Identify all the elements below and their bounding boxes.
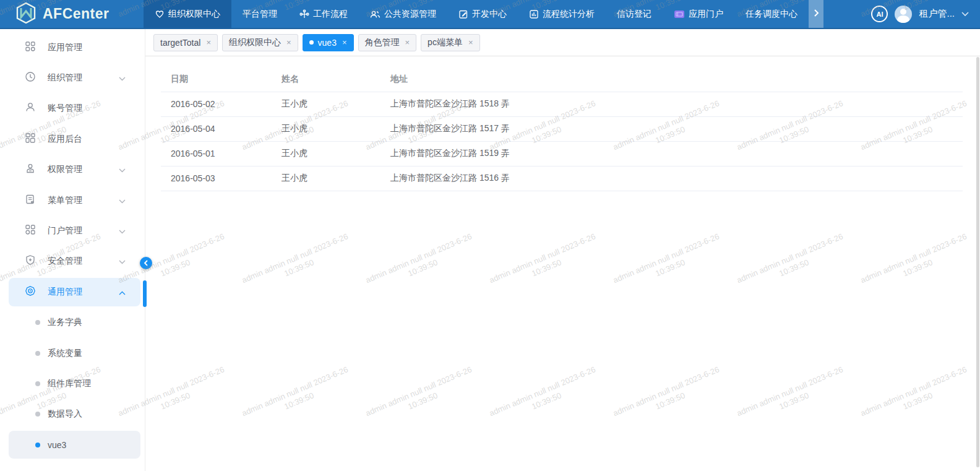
sidebar-item-label: 安全管理 [48,256,82,267]
sidebar-item-9[interactable]: 通用管理 [0,277,145,307]
bullet-dot-icon [35,381,40,386]
data-table-wrap: 日期姓名地址 2016-05-02王小虎上海市普陀区金沙江路 1518 弄201… [161,67,963,191]
sidebar-item-inner: 安全管理 [9,248,140,275]
tab-label: vue3 [318,38,337,48]
sidebar-subitem-组件库管理[interactable]: 组件库管理 [0,368,145,399]
chevron-up-icon [119,287,126,298]
nav-item-label: 任务调度中心 [746,9,797,20]
chevron-down-icon[interactable] [961,11,969,18]
nav-item-4[interactable]: 公共资源管理 [359,0,447,28]
chevron-down-icon [119,72,126,84]
tab-pc端菜单[interactable]: pc端菜单× [421,34,479,51]
tab-close-icon[interactable]: × [342,38,347,46]
sidebar-item-2[interactable]: 组织管理 [0,63,145,93]
sidebar-item-5[interactable]: 权限管理 [0,155,145,185]
top-navbar: AFCenter 组织权限中心平台管理工作流程公共资源管理开发中心流程统计分析信… [0,0,980,29]
nav-item-1[interactable]: 组织权限中心 [144,0,231,28]
sidebar-subitem-系统变量[interactable]: 系统变量 [0,338,145,368]
open-tabs-bar: targetTotal×组织权限中心×vue3×角色管理×pc端菜单× [145,29,980,56]
avatar[interactable] [895,6,912,23]
main-content: 日期姓名地址 2016-05-02王小虎上海市普陀区金沙江路 1518 弄201… [146,57,980,471]
sidebar-subitem-业务字典[interactable]: 业务字典 [0,308,145,338]
nav-item-7[interactable]: 信访登记 [606,0,663,28]
tab-组织权限中心[interactable]: 组织权限中心× [222,34,298,51]
sidebar-item-3[interactable]: 账号管理 [0,93,145,124]
sidebar-item-inner: 账号管理 [9,95,140,123]
tab-label: targetTotal [160,38,200,48]
permission-icon [25,163,36,176]
sidebar-subitem-label: 组件库管理 [48,378,91,389]
table-cell: 2016-05-01 [161,141,272,166]
sidebar-subitem-label: 业务字典 [48,317,82,328]
table-cell: 上海市普陀区金沙江路 1519 弄 [380,141,963,166]
nav-item-9[interactable]: 任务调度中心 [734,0,809,28]
tenant-name[interactable]: 租户管... [919,8,955,20]
bullet-dot-icon [35,412,40,417]
bullet-dot-icon [35,320,40,325]
tab-角色管理[interactable]: 角色管理× [358,34,417,51]
tab-vue3[interactable]: vue3× [303,34,354,51]
ai-assistant-icon[interactable]: AI [871,6,888,22]
heart-hand-icon [155,9,165,19]
nav-item-label: 组织权限中心 [168,9,220,20]
sidebar-item-7[interactable]: 门户管理 [0,215,145,246]
shield-icon [25,254,36,268]
sidebar-collapse-button[interactable] [140,257,152,269]
nav-item-5[interactable]: 开发中心 [447,0,518,28]
nav-scroll-right-button[interactable] [809,0,823,28]
sidebar-item-label: 权限管理 [48,164,82,175]
nav-item-2[interactable]: 平台管理 [231,0,288,28]
nav-item-label: 公共资源管理 [384,9,436,20]
sidebar-item-8[interactable]: 安全管理 [0,246,145,277]
sidebar-subitem-label: 数据导入 [48,408,82,420]
table-cell: 2016-05-02 [161,92,272,116]
column-header-日期: 日期 [161,67,272,92]
chart-icon [529,9,539,19]
sidebar-item-1[interactable]: 应用管理 [0,32,145,63]
sidebar-item-inner: 组织管理 [9,64,140,92]
sidebar-subitem-label: 系统变量 [48,348,82,359]
tab-close-icon[interactable]: × [468,38,473,46]
target-icon [25,285,36,299]
column-header-地址: 地址 [380,67,963,92]
chevron-down-icon [119,225,126,236]
sidebar-subitem-inner: vue3 [9,431,140,459]
table-row: 2016-05-04王小虎上海市普陀区金沙江路 1517 弄 [161,116,963,141]
chevron-right-icon [814,9,819,20]
portal-grid-icon [25,224,36,238]
menu-doc-icon [25,194,36,207]
people-icon [370,9,380,19]
sidebar-subitem-inner: 数据导入 [9,400,140,428]
nav-item-label: 工作流程 [313,9,348,20]
table-cell: 上海市普陀区金沙江路 1517 弄 [380,116,963,141]
bullet-dot-icon [35,351,40,356]
sidebar-item-label: 应用后台 [48,134,82,145]
table-row: 2016-05-03王小虎上海市普陀区金沙江路 1516 弄 [161,166,963,191]
data-table: 日期姓名地址 2016-05-02王小虎上海市普陀区金沙江路 1518 弄201… [161,67,963,191]
table-cell: 上海市普陀区金沙江路 1516 弄 [380,166,963,191]
sidebar-item-4[interactable]: 应用后台 [0,124,145,154]
sidebar-subitem-inner: 系统变量 [9,339,140,367]
tab-targetTotal[interactable]: targetTotal× [153,34,218,51]
sidebar-item-label: 通用管理 [48,287,82,298]
brand-title: AFCenter [43,6,110,22]
sidebar-item-6[interactable]: 菜单管理 [0,185,145,215]
chevron-down-icon [119,195,126,206]
nav-item-8[interactable]: 应用门户 [663,0,734,28]
tab-close-icon[interactable]: × [286,38,291,46]
sidebar-subitem-inner: 组件库管理 [9,369,140,397]
sidebar-item-label: 菜单管理 [48,195,82,206]
brand: AFCenter [0,0,144,28]
page-scrollbar-thumb[interactable] [976,57,979,467]
tab-label: 组织权限中心 [229,37,281,48]
sidebar-subitem-数据导入[interactable]: 数据导入 [0,399,145,430]
sidebar: 应用管理组织管理账号管理应用后台权限管理菜单管理门户管理安全管理通用管理业务字典… [0,29,145,471]
nav-item-label: 流程统计分析 [543,9,595,20]
tab-close-icon[interactable]: × [405,38,410,46]
sidebar-subitem-vue3[interactable]: vue3 [0,430,145,460]
nav-item-6[interactable]: 流程统计分析 [518,0,606,28]
sidebar-item-inner: 门户管理 [9,217,140,244]
nav-item-3[interactable]: 工作流程 [288,0,359,28]
column-header-姓名: 姓名 [272,67,380,92]
tab-close-icon[interactable]: × [206,38,211,46]
